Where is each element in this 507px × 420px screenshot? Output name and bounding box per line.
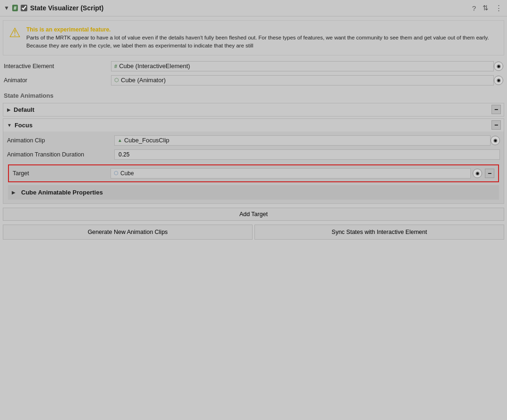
default-remove-button[interactable]: − <box>491 105 501 114</box>
focus-content: Animation Clip ▲ Cube_FocusClip ◉ Animat… <box>3 132 504 203</box>
target-row: Target ⬡ Cube ◉ − <box>8 164 499 182</box>
interactive-element-field[interactable]: # Cube (InteractiveElement) <box>111 61 494 71</box>
animatable-section: ▶ Cube Animatable Properties <box>8 185 499 200</box>
focus-collapse-icon: ▼ <box>7 123 12 128</box>
interactive-element-picker[interactable]: ◉ <box>494 62 503 71</box>
target-picker[interactable]: ◉ <box>473 169 482 178</box>
transition-duration-value <box>114 149 500 160</box>
animation-clip-row: Animation Clip ▲ Cube_FocusClip ◉ <box>3 133 504 148</box>
collapse-arrow-icon[interactable]: ▼ <box>4 5 9 11</box>
animator-label: Animator <box>4 77 107 84</box>
help-button[interactable]: ? <box>471 3 477 13</box>
cube-icon: ⬡ <box>114 170 119 176</box>
warning-title: This is an experimental feature. <box>26 25 498 34</box>
header-actions: ? ⇅ ⋮ <box>471 3 503 13</box>
animatable-collapse-icon: ▶ <box>12 190 16 195</box>
animatable-header[interactable]: ▶ Cube Animatable Properties <box>12 189 495 196</box>
inspector-panel: ▼ # State Visualizer (Script) ? ⇅ ⋮ ⚠ Th… <box>0 0 507 240</box>
target-label: Target <box>13 170 107 177</box>
clip-triangle-icon: ▲ <box>118 138 122 143</box>
interactive-element-text: Cube (InteractiveElement) <box>119 62 190 70</box>
hash-prefix-icon: # <box>114 63 117 69</box>
hash-icon: # <box>12 5 18 11</box>
warning-body: Parts of the MRTK appear to have a lot o… <box>26 34 498 50</box>
focus-panel: ▼ Focus − Animation Clip ▲ Cube_FocusCli… <box>3 118 504 204</box>
target-remove-button[interactable]: − <box>485 169 494 178</box>
add-target-button[interactable]: Add Target <box>3 208 504 221</box>
sync-states-button[interactable]: Sync States with Interactive Element <box>254 225 504 240</box>
animator-field[interactable]: ⬡ Cube (Animator) <box>111 75 494 86</box>
more-button[interactable]: ⋮ <box>494 3 503 13</box>
layout-button[interactable]: ⇅ <box>482 3 490 13</box>
target-value-text: Cube <box>120 170 134 177</box>
state-animations-title: State Animations <box>0 87 507 101</box>
animation-clip-picker[interactable]: ◉ <box>491 136 500 145</box>
warning-icon: ⚠ <box>9 26 21 39</box>
focus-panel-title: Focus <box>15 122 32 129</box>
animation-clip-text: Cube_FocusClip <box>124 137 169 144</box>
default-panel: ▶ Default − <box>3 103 504 117</box>
focus-panel-header[interactable]: ▼ Focus − <box>3 119 504 132</box>
animatable-title: Cube Animatable Properties <box>21 189 103 196</box>
bottom-buttons: Generate New Animation Clips Sync States… <box>3 225 504 240</box>
target-object-field[interactable]: ⬡ Cube <box>111 168 471 179</box>
target-field: ⬡ Cube ◉ − <box>111 168 494 179</box>
default-panel-title: Default <box>14 106 34 113</box>
focus-remove-button[interactable]: − <box>491 120 501 130</box>
default-collapse-icon: ▶ <box>7 107 11 112</box>
warning-text: This is an experimental feature. Parts o… <box>26 25 498 50</box>
animator-row: Animator ⬡ Cube (Animator) ◉ <box>0 73 507 87</box>
enabled-checkbox[interactable] <box>21 5 27 11</box>
generate-clips-button[interactable]: Generate New Animation Clips <box>3 225 253 240</box>
transition-duration-label: Animation Transition Duration <box>7 151 111 158</box>
animation-clip-field[interactable]: ▲ Cube_FocusClip <box>114 135 491 146</box>
transition-duration-input[interactable] <box>114 149 500 160</box>
animation-clip-label: Animation Clip <box>7 137 111 144</box>
warning-box: ⚠ This is an experimental feature. Parts… <box>3 20 504 55</box>
animator-value: ⬡ Cube (Animator) ◉ <box>111 75 503 86</box>
interactive-element-value: # Cube (InteractiveElement) ◉ <box>111 61 503 71</box>
panel-header: ▼ # State Visualizer (Script) ? ⇅ ⋮ <box>0 0 507 16</box>
panel-title: State Visualizer (Script) <box>30 4 468 12</box>
interactive-element-row: Interactive Element # Cube (InteractiveE… <box>0 59 507 73</box>
animator-icon: ⬡ <box>114 77 119 83</box>
animator-picker[interactable]: ◉ <box>494 76 503 85</box>
default-panel-header[interactable]: ▶ Default − <box>3 103 504 116</box>
animator-text: Cube (Animator) <box>121 77 166 84</box>
animation-clip-value: ▲ Cube_FocusClip ◉ <box>114 135 500 146</box>
transition-duration-row: Animation Transition Duration <box>3 148 504 162</box>
interactive-element-label: Interactive Element <box>4 63 107 70</box>
